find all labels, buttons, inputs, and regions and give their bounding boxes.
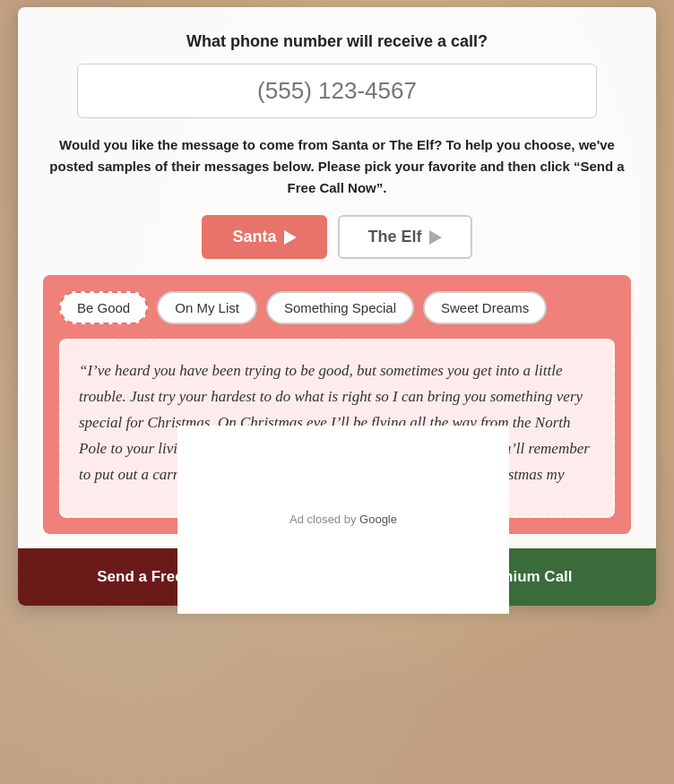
ad-text: Ad closed by Google [289, 510, 397, 530]
tab-something-special[interactable]: Something Special [266, 291, 414, 324]
tab-be-good[interactable]: Be Good [59, 291, 148, 324]
tab-sweet-dreams[interactable]: Sweet Dreams [423, 291, 547, 324]
question-title: What phone number will receive a call? [43, 32, 631, 51]
tab-on-my-list[interactable]: On My List [157, 291, 257, 324]
santa-play-icon [284, 230, 297, 245]
card-content: What phone number will receive a call? W… [43, 32, 631, 606]
message-panel: Be Good On My List Something Special Swe… [43, 275, 631, 534]
description-text: Would you like the message to come from … [43, 134, 631, 199]
phone-input[interactable] [91, 77, 583, 105]
elf-label: The Elf [368, 228, 422, 246]
message-tabs: Be Good On My List Something Special Swe… [59, 291, 615, 324]
santa-label: Santa [232, 228, 276, 246]
ad-overlay: Ad closed by Google [177, 426, 509, 614]
message-box: “I’ve heard you have been trying to be g… [59, 339, 615, 518]
phone-input-wrapper [77, 64, 597, 118]
santa-button[interactable]: Santa [202, 215, 326, 259]
voice-buttons: Santa The Elf [43, 215, 631, 259]
ad-google: Google [359, 513, 397, 526]
elf-button[interactable]: The Elf [338, 215, 472, 259]
main-card: What phone number will receive a call? W… [18, 7, 656, 606]
elf-play-icon [429, 230, 442, 245]
ad-label: Ad closed by [289, 513, 356, 526]
